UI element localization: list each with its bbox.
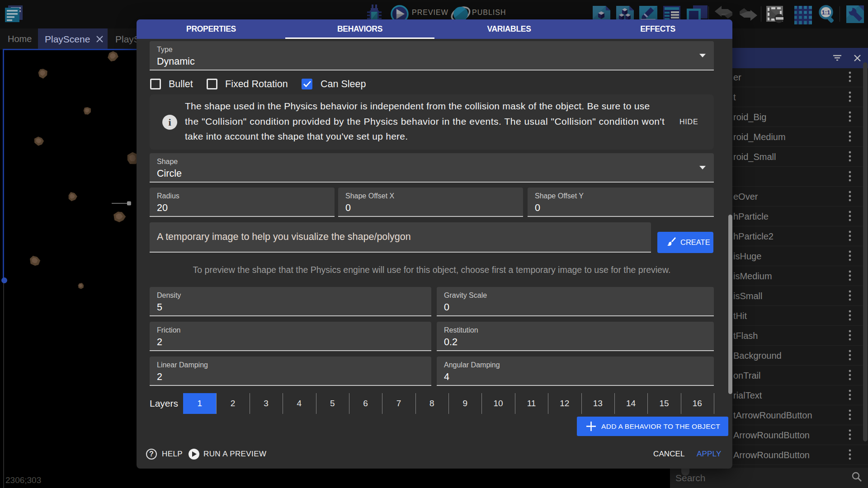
svg-text:1:1: 1:1	[822, 9, 830, 16]
